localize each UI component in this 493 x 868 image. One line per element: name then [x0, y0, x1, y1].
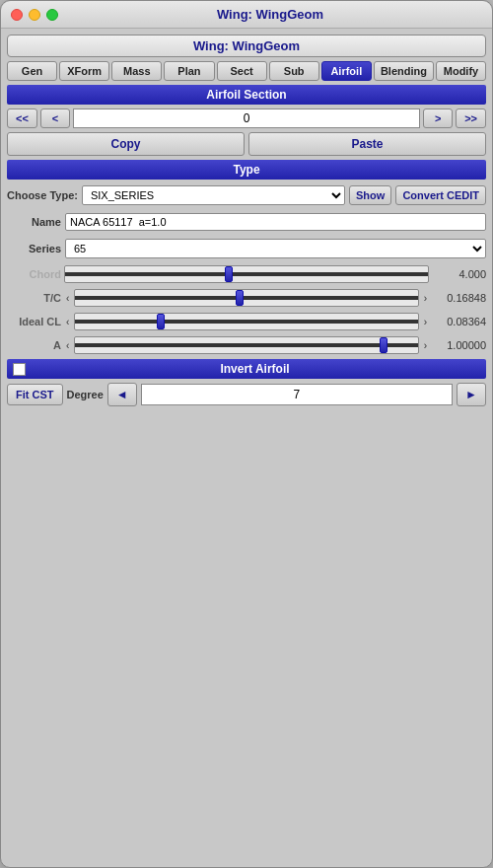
- name-input[interactable]: [65, 213, 486, 231]
- idealcl-value: 0.08364: [432, 316, 486, 327]
- a-right-arrow[interactable]: ›: [422, 339, 429, 352]
- nav-prev-prev-button[interactable]: <<: [7, 108, 37, 128]
- minimize-button[interactable]: [29, 9, 40, 21]
- tc-slider-track: [75, 296, 417, 300]
- a-slider-track: [75, 343, 417, 347]
- copy-paste-row: Copy Paste: [7, 132, 486, 156]
- chord-slider-container[interactable]: [64, 265, 429, 283]
- a-slider-container[interactable]: [74, 336, 418, 354]
- main-window: Wing: WingGeom Wing: WingGeom Gen XForm …: [0, 0, 493, 868]
- paste-button[interactable]: Paste: [248, 132, 486, 156]
- tab-mass[interactable]: Mass: [111, 61, 162, 81]
- tc-value: 0.16848: [432, 292, 486, 304]
- a-left-arrow[interactable]: ‹: [64, 339, 71, 352]
- series-row: Series 65: [7, 237, 486, 260]
- tc-slider-thumb[interactable]: [236, 290, 244, 306]
- degree-next-button[interactable]: ►: [457, 383, 486, 406]
- tab-plan[interactable]: Plan: [164, 61, 214, 81]
- tab-modify[interactable]: Modify: [436, 61, 486, 81]
- nav-next-next-button[interactable]: >>: [456, 108, 486, 128]
- tab-airfoil[interactable]: Airfoil: [321, 61, 372, 81]
- idealcl-label: Ideal CL: [7, 316, 61, 327]
- nav-prev-button[interactable]: <: [40, 108, 70, 128]
- degree-label: Degree: [67, 389, 104, 400]
- airfoil-section-header: Airfoil Section: [7, 85, 486, 105]
- tab-blending[interactable]: Blending: [374, 61, 434, 81]
- name-label: Name: [7, 216, 61, 228]
- tab-xform[interactable]: XForm: [59, 61, 109, 81]
- content-area: Wing: WingGeom Gen XForm Mass Plan Sect …: [1, 29, 492, 867]
- window-title: Wing: WingGeom: [58, 7, 482, 22]
- show-button[interactable]: Show: [349, 185, 391, 205]
- maximize-button[interactable]: [46, 9, 58, 21]
- titlebar: Wing: WingGeom: [1, 1, 492, 29]
- series-select[interactable]: 65: [65, 239, 486, 258]
- a-label: A: [7, 339, 61, 351]
- tab-sub[interactable]: Sub: [269, 61, 319, 81]
- chord-label: Chord: [7, 268, 61, 280]
- idealcl-slider-container[interactable]: [74, 313, 418, 330]
- name-row: Name: [7, 211, 486, 233]
- choose-type-row: Choose Type: SIX_SERIES Show Convert CED…: [7, 183, 486, 207]
- a-row: A ‹ › 1.00000: [7, 335, 486, 355]
- traffic-lights: [11, 9, 58, 21]
- a-value: 1.00000: [432, 339, 486, 351]
- tc-slider-container[interactable]: [74, 289, 418, 307]
- a-slider-thumb[interactable]: [380, 337, 387, 353]
- nav-tabs: Gen XForm Mass Plan Sect Sub Airfoil Ble…: [7, 61, 486, 81]
- copy-button[interactable]: Copy: [7, 132, 245, 156]
- tc-right-arrow[interactable]: ›: [422, 292, 429, 305]
- series-label: Series: [7, 243, 61, 254]
- tc-label: T/C: [7, 292, 61, 304]
- invert-row: Invert Airfoil: [7, 359, 486, 379]
- tc-row: T/C ‹ › 0.16848: [7, 288, 486, 308]
- chord-row: Chord 4.000: [7, 264, 486, 284]
- chord-slider-track: [65, 272, 428, 276]
- idealcl-slider-track: [75, 320, 417, 324]
- degree-input[interactable]: [141, 384, 453, 405]
- bottom-row: Fit CST Degree ◄ ►: [7, 383, 486, 406]
- idealcl-left-arrow[interactable]: ‹: [64, 316, 71, 328]
- tab-gen[interactable]: Gen: [7, 61, 57, 81]
- chord-value: 4.000: [432, 268, 486, 280]
- idealcl-row: Ideal CL ‹ › 0.08364: [7, 312, 486, 331]
- idealcl-right-arrow[interactable]: ›: [422, 316, 429, 328]
- close-button[interactable]: [11, 9, 23, 21]
- section-number-input[interactable]: [73, 108, 420, 128]
- choose-type-label: Choose Type:: [7, 189, 78, 201]
- idealcl-slider-thumb[interactable]: [157, 314, 165, 329]
- fit-cst-button[interactable]: Fit CST: [7, 384, 63, 405]
- convert-cedit-button[interactable]: Convert CEDIT: [395, 185, 486, 205]
- invert-label: Invert Airfoil: [30, 362, 480, 376]
- tab-sect[interactable]: Sect: [217, 61, 267, 81]
- invert-checkbox[interactable]: [13, 363, 26, 376]
- wing-title: Wing: WingGeom: [7, 35, 486, 57]
- type-section-header: Type: [7, 160, 486, 180]
- degree-prev-button[interactable]: ◄: [107, 383, 137, 406]
- tc-left-arrow[interactable]: ‹: [64, 292, 71, 305]
- type-select[interactable]: SIX_SERIES: [82, 185, 345, 205]
- nav-next-button[interactable]: >: [423, 108, 453, 128]
- chord-slider-thumb[interactable]: [225, 266, 233, 282]
- nav-row: << < > >>: [7, 108, 486, 128]
